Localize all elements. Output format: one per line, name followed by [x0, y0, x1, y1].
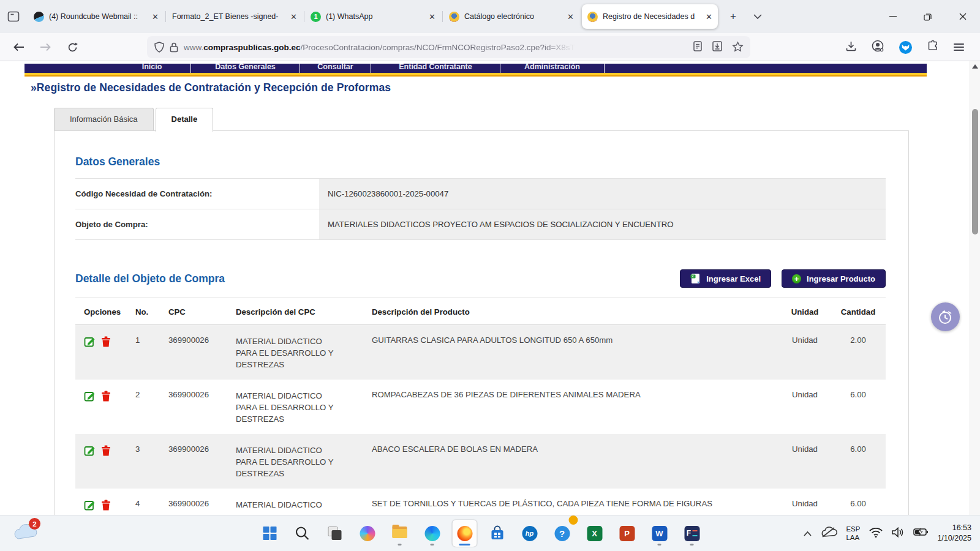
detalle-objeto-heading: Detalle del Objeto de Compra: [75, 272, 225, 285]
edit-icon[interactable]: [84, 499, 96, 511]
copilot-icon: [360, 526, 375, 541]
powerpoint-button[interactable]: P: [615, 520, 639, 547]
minimize-button[interactable]: [875, 0, 910, 33]
help-button[interactable]: ?: [550, 520, 575, 547]
nav-datos-generales[interactable]: Datos Generales: [191, 64, 300, 73]
task-view-button[interactable]: [323, 520, 347, 547]
col-desc-cpc: Descripción del CPC: [236, 307, 372, 317]
volume-icon[interactable]: [892, 527, 904, 540]
delete-icon[interactable]: [101, 499, 111, 511]
cell-cpc-desc: MATERIAL DIDACTICO PARA EL DESARROLLO Y …: [236, 444, 335, 489]
site-nav-bar: Inicio Datos Generales Consultar Entidad…: [24, 64, 927, 73]
search-button[interactable]: [290, 520, 315, 547]
tray-chevron-icon[interactable]: [804, 528, 812, 539]
cell-unidad: Unidad: [779, 499, 831, 515]
word-button[interactable]: W: [647, 520, 672, 547]
sidebar-tabs-icon[interactable]: [0, 0, 27, 33]
menu-hamburger-icon[interactable]: [954, 42, 964, 53]
widgets-weather-button[interactable]: 2: [12, 520, 40, 547]
reader-mode-icon[interactable]: [693, 41, 702, 53]
tab-close-icon[interactable]: ✕: [286, 12, 297, 21]
list-tabs-chevron-icon[interactable]: [747, 6, 768, 27]
file-explorer-button[interactable]: [388, 520, 412, 547]
delete-icon[interactable]: [101, 335, 111, 347]
firefox-service-icon[interactable]: [899, 41, 912, 54]
cell-cpc-desc: MATERIAL DIDACTICO: [236, 499, 335, 515]
taskbar-clock[interactable]: 16:531/10/2025: [937, 523, 971, 544]
cell-cpc: 369900026: [168, 390, 236, 434]
roundcube-favicon-icon: [34, 12, 44, 22]
lock-icon[interactable]: [170, 42, 178, 53]
new-tab-button[interactable]: +: [723, 6, 744, 27]
microsoft-store-icon: [489, 526, 505, 541]
store-button[interactable]: [485, 520, 510, 547]
onedrive-paused-icon[interactable]: [821, 527, 837, 541]
tab-close-icon[interactable]: ✕: [148, 12, 159, 21]
delete-icon[interactable]: [101, 444, 111, 456]
scrollbar-thumb[interactable]: [972, 109, 978, 234]
word-icon: W: [652, 526, 667, 541]
shield-icon[interactable]: [154, 42, 164, 53]
edit-icon[interactable]: [84, 444, 96, 456]
hp-button[interactable]: hp: [518, 520, 542, 547]
ecuador-crest-favicon-icon: [449, 12, 459, 22]
edit-icon[interactable]: [84, 335, 96, 347]
button-label: Ingresar Producto: [807, 274, 875, 283]
save-page-icon[interactable]: [712, 41, 722, 53]
account-icon[interactable]: [872, 40, 884, 54]
delete-icon[interactable]: [101, 390, 111, 402]
tab-whatsapp[interactable]: 1 (1) WhatsApp ✕: [305, 4, 441, 29]
col-no: No.: [135, 307, 168, 317]
cell-cantidad: 6.00: [831, 444, 886, 489]
edge-button[interactable]: [420, 520, 445, 547]
restore-button[interactable]: [910, 0, 945, 33]
scrollbar[interactable]: [970, 61, 980, 515]
hp-icon: hp: [522, 526, 537, 541]
detalle-panel: Datos Generales Código Necesidad de Cont…: [54, 130, 909, 515]
reload-button[interactable]: [62, 37, 83, 57]
firefox-button[interactable]: [453, 520, 477, 547]
col-unidad: Unidad: [779, 307, 831, 317]
plus-icon: +: [792, 274, 801, 283]
bookmark-star-icon[interactable]: [733, 42, 743, 53]
close-window-button[interactable]: [945, 0, 980, 33]
tab-close-icon[interactable]: ✕: [563, 12, 574, 21]
cell-producto: ROMPACABEZAS DE 36 PIEZAS DE DIFERENTES …: [372, 390, 779, 434]
nav-entidad-contratante[interactable]: Entidad Contratante: [371, 64, 500, 73]
cell-no: 3: [135, 444, 168, 489]
battery-charging-icon[interactable]: [913, 528, 928, 539]
wifi-icon[interactable]: [869, 527, 883, 540]
forward-button[interactable]: [35, 37, 56, 57]
session-timer-icon[interactable]: [931, 302, 960, 331]
ingresar-excel-button[interactable]: Ingresar Excel: [680, 269, 771, 288]
url-text: www.compraspublicas.gob.ec/ProcesoContra…: [184, 43, 575, 52]
scroll-up-arrow-icon[interactable]: [972, 64, 978, 69]
ingresar-producto-button[interactable]: + Ingresar Producto: [782, 269, 886, 288]
start-button[interactable]: [258, 520, 282, 547]
tab-catalogo[interactable]: Catálogo electrónico ✕: [443, 4, 579, 29]
fes-app-button[interactable]: F: [680, 520, 704, 547]
cell-cpc: 369900026: [168, 444, 236, 489]
table-row: 2 369900026 MATERIAL DIDACTICO PARA EL D…: [75, 380, 886, 434]
copilot-button[interactable]: [355, 520, 380, 547]
tab-detalle[interactable]: Detalle: [156, 108, 214, 132]
back-button[interactable]: [9, 37, 29, 57]
tab-close-icon[interactable]: ✕: [424, 12, 435, 21]
tab-roundcube[interactable]: (4) Roundcube Webmail :: ✕: [28, 4, 164, 29]
tab-close-icon[interactable]: ✕: [701, 12, 712, 21]
downloads-icon[interactable]: [846, 41, 856, 54]
tab-informacion-basica[interactable]: Información Básica: [54, 108, 154, 130]
extensions-puzzle-icon[interactable]: [927, 40, 938, 54]
tab-registro-active[interactable]: Registro de Necesidades d ✕: [582, 4, 718, 29]
excel-button[interactable]: X: [582, 520, 607, 547]
edit-icon[interactable]: [84, 390, 96, 402]
url-bar[interactable]: www.compraspublicas.gob.ec/ProcesoContra…: [147, 36, 750, 58]
nav-consultar[interactable]: Consultar: [300, 64, 371, 73]
nav-administracion[interactable]: Administración: [500, 64, 605, 73]
widgets-badge: 2: [29, 518, 40, 530]
whatsapp-favicon-icon: 1: [311, 12, 321, 22]
language-indicator[interactable]: ESPLAA: [846, 525, 860, 542]
nav-inicio[interactable]: Inicio: [113, 64, 191, 73]
tab-label: (4) Roundcube Webmail ::: [49, 12, 148, 21]
tab-formato-pdf[interactable]: Formato_2_ET Bienes -signed- ✕: [167, 4, 303, 29]
